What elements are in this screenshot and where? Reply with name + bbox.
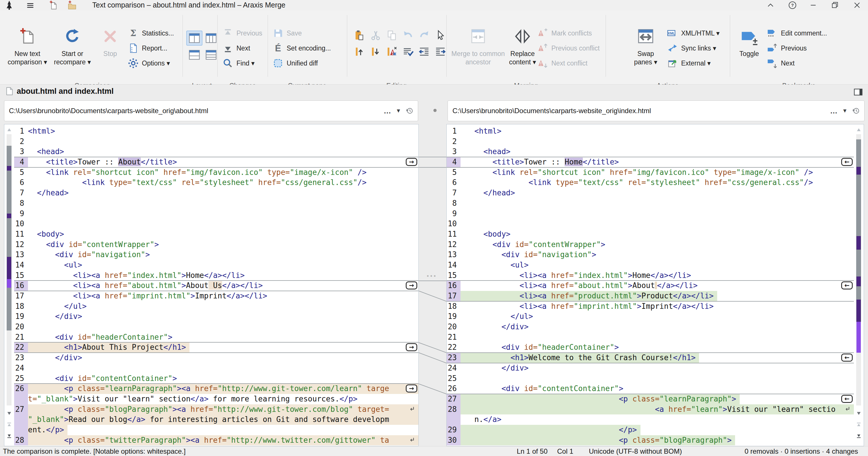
next-change-button[interactable]: Next — [222, 41, 250, 55]
code-line[interactable] — [461, 137, 854, 147]
code-line[interactable]: </div> — [461, 322, 854, 332]
shift-lines-right-button[interactable] — [433, 45, 447, 59]
merge-right-button[interactable]: → — [406, 281, 417, 289]
code-line[interactable]: <div id="navigation"> — [28, 250, 418, 260]
bookmark-comment-button[interactable]: Edit comment... — [767, 27, 827, 40]
code-line[interactable]: <html> — [461, 126, 854, 137]
merge-left-button[interactable]: ← — [841, 395, 853, 403]
code-line[interactable]: <div id="navigation"> — [461, 250, 854, 260]
code-line[interactable]: </div> — [28, 353, 418, 363]
bookmark-next-button[interactable]: Next — [767, 57, 795, 70]
code-line[interactable]: </div> — [461, 363, 854, 373]
code-line[interactable] — [28, 322, 418, 332]
right-path-dropdown-icon[interactable]: ▼ — [842, 108, 847, 114]
code-line[interactable] — [28, 209, 418, 219]
code-line[interactable]: </head> — [461, 188, 854, 198]
report-button[interactable]: Report... — [127, 41, 167, 55]
tab-comparison[interactable]: about.html and index.html — [17, 87, 114, 96]
options-gear-button[interactable]: Options ▾ — [127, 57, 170, 70]
code-line[interactable]: <div id="contentWrapper"> — [28, 239, 418, 250]
minimize-button[interactable] — [806, 0, 821, 10]
xml-html-button[interactable]: XMLXML/HTML ▾ — [667, 27, 719, 40]
code-line[interactable]: <html> — [28, 126, 418, 137]
code-line[interactable]: <li><a href="imprint.html">Imprint</a></… — [28, 291, 418, 301]
last-change-icon[interactable] — [855, 432, 862, 439]
sync-links-button[interactable]: Sync links ▾ — [667, 41, 716, 55]
code-line[interactable]: </head> — [28, 188, 418, 198]
insert-block-up-button[interactable] — [352, 45, 367, 59]
code-line[interactable]: <p class="blogParagraph"><a href="http:/… — [28, 404, 418, 415]
code-line[interactable]: </div> — [28, 311, 418, 322]
last-change-icon[interactable] — [6, 432, 13, 439]
code-line[interactable] — [461, 373, 854, 384]
left-browse-icon[interactable]: … — [383, 107, 392, 115]
scroll-down-icon[interactable] — [855, 409, 862, 417]
replace-content-button[interactable]: Replace content ▾ — [505, 23, 540, 80]
paste-button[interactable] — [352, 28, 367, 43]
bookmark-previous-button[interactable]: Previous — [767, 41, 807, 55]
merge-left-button[interactable]: ← — [841, 158, 853, 166]
code-line[interactable]: <li><a href="product.html">Product</a></… — [461, 291, 854, 301]
unified-diff-button[interactable]: Unified diff — [272, 57, 318, 70]
help-button[interactable]: ? — [785, 0, 800, 10]
new-folder-icon[interactable] — [67, 0, 77, 10]
code-line[interactable]: <p class="blogParagraph"> — [461, 435, 854, 446]
code-line[interactable]: <div id="contentContainer"> — [28, 373, 418, 384]
merge-right-button[interactable]: → — [406, 158, 417, 166]
code-line[interactable]: <body> — [461, 229, 854, 239]
close-button[interactable] — [849, 0, 865, 10]
merge-left-button[interactable]: ← — [841, 281, 853, 289]
merge-left-button[interactable]: ← — [841, 353, 853, 362]
code-line[interactable]: <title>Tower :: About</title>→ — [28, 157, 418, 167]
layout-three-panes-vertical-button[interactable] — [203, 31, 219, 46]
right-history-icon[interactable] — [851, 107, 860, 115]
right-file-path-input[interactable] — [448, 107, 830, 115]
code-line[interactable] — [461, 332, 854, 343]
layout-two-panes-vertical-button[interactable] — [186, 31, 203, 46]
collapse-ribbon-button[interactable] — [763, 0, 778, 10]
scroll-down-icon[interactable] — [6, 409, 13, 417]
scroll-up-icon[interactable] — [6, 126, 13, 134]
layout-three-panes-horizontal-button[interactable] — [203, 47, 219, 62]
code-line[interactable]: <li><a href="index.html">Home</a></li> — [461, 270, 854, 281]
code-line[interactable]: </ul> — [28, 301, 418, 312]
set-encoding-button[interactable]: ÉSet encoding... — [272, 41, 331, 55]
change-map-track[interactable] — [856, 134, 861, 405]
code-line[interactable]: <body> — [28, 229, 418, 239]
code-line[interactable]: <p class="learnParagraph"><a href="http:… — [28, 383, 418, 394]
menu-icon[interactable] — [25, 1, 35, 10]
left-change-map[interactable] — [4, 124, 14, 446]
scroll-up-icon[interactable] — [855, 126, 862, 134]
new-document-icon[interactable] — [49, 0, 59, 10]
accept-lines-button[interactable] — [401, 45, 415, 59]
code-line[interactable]: <h1>Welcome to the Git Crash Course!</h1… — [461, 353, 854, 363]
code-line[interactable]: <li><a href="index.html">Home</a></li> — [28, 270, 418, 281]
code-line[interactable]: <link rel="shortcut icon" href="img/favi… — [28, 167, 418, 178]
change-map-thumb[interactable] — [7, 146, 11, 331]
select-arrow-button[interactable] — [433, 28, 447, 43]
pane-layout-icon[interactable] — [853, 87, 863, 97]
code-line[interactable] — [28, 198, 418, 209]
code-line[interactable]: <li><a href="imprint.html">Imprint</a></… — [461, 301, 854, 312]
layout-two-panes-horizontal-button[interactable] — [186, 47, 203, 62]
code-line[interactable]: "_blank">Read our blog</a> for interesti… — [28, 415, 418, 425]
external-button[interactable]: External ▾ — [667, 57, 711, 70]
new-comparison-button[interactable]: New text comparison ▾ — [5, 23, 50, 80]
code-line[interactable]: <p class="twitterParagraph"><a href="htt… — [28, 435, 418, 446]
connector-ellipsis[interactable]: ••• — [427, 273, 437, 279]
code-line[interactable]: <div id="contentContainer"> — [461, 383, 854, 394]
code-line[interactable]: <h1>About This Project</h1>→ — [28, 342, 418, 353]
left-file-path-input[interactable] — [4, 107, 383, 115]
left-code-pane[interactable]: 1<html>23 <head>4 <title>Tower :: About<… — [4, 124, 419, 446]
code-line[interactable]: <li><a href="about.html">About</a></li>← — [461, 281, 854, 291]
code-line[interactable]: n.</a> — [461, 415, 854, 425]
bookmark-toggle-button[interactable]: Toggle — [733, 23, 765, 80]
code-line[interactable] — [28, 137, 418, 147]
code-line[interactable]: <link rel="shortcut icon" href="img/favi… — [461, 167, 854, 178]
code-line[interactable] — [28, 363, 418, 373]
code-line[interactable]: <ul> — [461, 260, 854, 270]
right-change-map[interactable] — [854, 124, 864, 446]
merge-right-button[interactable]: → — [406, 343, 417, 351]
restore-button[interactable] — [828, 0, 843, 10]
find-button[interactable]: Find ▾ — [222, 57, 255, 70]
